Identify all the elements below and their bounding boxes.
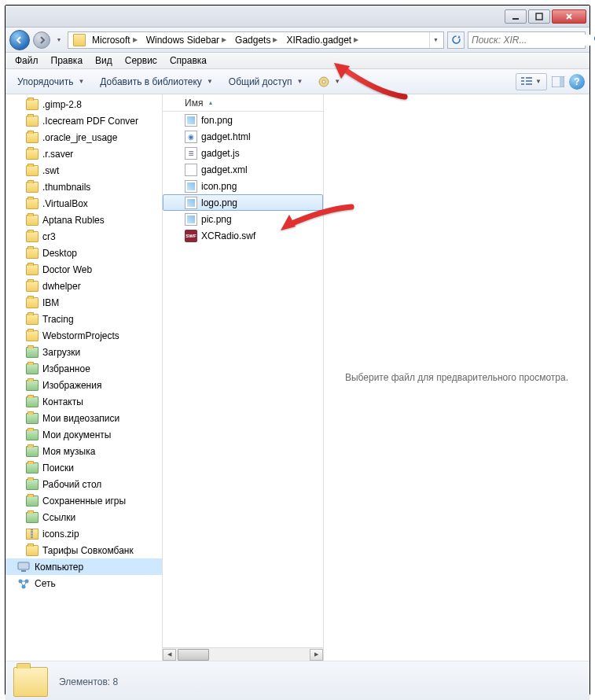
- column-header-name[interactable]: Имя ▲: [163, 94, 323, 112]
- tree-item[interactable]: Сохраненные игры: [6, 492, 162, 509]
- tree-item[interactable]: .VirtualBox: [6, 195, 162, 212]
- breadcrumb-label: Microsoft: [92, 35, 130, 46]
- zip-icon: [26, 529, 39, 540]
- folder-icon: [26, 512, 39, 523]
- file-row[interactable]: gadget.xml: [163, 161, 323, 178]
- tree-item[interactable]: Мои видеозаписи: [6, 410, 162, 426]
- tree-item[interactable]: Избранное: [6, 360, 162, 377]
- file-row[interactable]: SWFXCRadio.swf: [163, 227, 323, 244]
- address-dropdown[interactable]: ▼: [429, 32, 442, 48]
- tree-item[interactable]: Изображения: [6, 377, 162, 393]
- svg-rect-0: [512, 18, 519, 20]
- tree-computer[interactable]: Компьютер: [6, 558, 162, 575]
- tree-item[interactable]: Tracing: [6, 311, 162, 327]
- svg-rect-12: [560, 77, 564, 87]
- tree-item[interactable]: .thumbnails: [6, 179, 162, 195]
- organize-button[interactable]: Упорядочить▼: [10, 72, 91, 91]
- tree-item[interactable]: .Icecream PDF Conver: [6, 112, 162, 129]
- file-row[interactable]: pic.png: [163, 211, 323, 227]
- preview-pane-button[interactable]: [549, 72, 567, 91]
- tree-item[interactable]: Doctor Web: [6, 261, 162, 278]
- file-list[interactable]: Имя ▲ fon.pnggadget.htmlgadget.jsgadget.…: [163, 94, 324, 661]
- folder-icon: [26, 231, 39, 242]
- html-file-icon: [185, 131, 197, 143]
- history-dropdown[interactable]: ▼: [53, 32, 64, 48]
- maximize-button[interactable]: [528, 9, 550, 24]
- forward-button[interactable]: [33, 31, 50, 49]
- folder-icon: [26, 182, 39, 193]
- tree-item[interactable]: .oracle_jre_usage: [6, 129, 162, 146]
- file-row[interactable]: fon.png: [163, 112, 323, 128]
- tree-item-label: Изображения: [42, 380, 101, 391]
- tree-item-label: .gimp-2.8: [42, 99, 82, 110]
- file-name: fon.png: [201, 115, 233, 126]
- tree-item[interactable]: icons.zip: [6, 525, 162, 542]
- menu-file[interactable]: Файл: [9, 53, 45, 68]
- menu-edit[interactable]: Правка: [45, 53, 90, 68]
- tree-item-label: icons.zip: [42, 529, 79, 540]
- tree-item[interactable]: Aptana Rubles: [6, 212, 162, 228]
- menu-view[interactable]: Вид: [89, 53, 119, 68]
- tree-item[interactable]: Мои документы: [6, 426, 162, 443]
- refresh-button[interactable]: [447, 31, 465, 49]
- tree-item[interactable]: dwhelper: [6, 278, 162, 294]
- tree-item[interactable]: WebstormProjects: [6, 327, 162, 344]
- file-name: icon.png: [201, 181, 237, 192]
- folder-icon: [26, 297, 39, 308]
- png-file-icon: [185, 180, 197, 193]
- tree-item[interactable]: cr3: [6, 228, 162, 245]
- scroll-left-button[interactable]: ◀: [163, 649, 176, 661]
- breadcrumb[interactable]: XIRadio.gadget▶: [283, 32, 364, 48]
- tree-item[interactable]: .r.saver: [6, 146, 162, 162]
- burn-button[interactable]: ▼: [311, 72, 347, 91]
- tree-item[interactable]: Ссылки: [6, 509, 162, 525]
- folder-icon: [26, 429, 39, 440]
- tree-item-label: .r.saver: [42, 149, 73, 160]
- tree-item[interactable]: Поиски: [6, 459, 162, 476]
- toolbar: Упорядочить▼ Добавить в библиотеку▼ Общи…: [6, 69, 589, 94]
- close-button[interactable]: [552, 9, 586, 24]
- menu-service[interactable]: Сервис: [119, 53, 163, 68]
- horizontal-scrollbar[interactable]: ◀ ▶: [163, 647, 323, 661]
- scroll-right-button[interactable]: ▶: [310, 649, 323, 661]
- file-row[interactable]: icon.png: [163, 178, 323, 194]
- tree-item-label: Избранное: [42, 363, 90, 374]
- help-button[interactable]: ?: [569, 74, 585, 90]
- file-row[interactable]: gadget.html: [163, 128, 323, 145]
- back-button[interactable]: [9, 30, 30, 50]
- tree-item[interactable]: .gimp-2.8: [6, 96, 162, 112]
- breadcrumb[interactable]: Gadgets▶: [232, 32, 283, 48]
- item-count: Элементов: 8: [59, 676, 118, 687]
- file-row[interactable]: logo.png: [163, 194, 323, 211]
- menu-help[interactable]: Справка: [163, 53, 213, 68]
- address-bar[interactable]: Microsoft▶ Windows Sidebar▶ Gadgets▶ XIR…: [68, 31, 444, 49]
- tree-item[interactable]: IBM: [6, 294, 162, 311]
- tree-item[interactable]: Desktop: [6, 245, 162, 261]
- tree-item[interactable]: Тарифы Совкомбанк: [6, 542, 162, 558]
- chevron-down-icon: ▼: [78, 78, 84, 85]
- tree-item-label: IBM: [42, 297, 59, 308]
- tree-item[interactable]: Рабочий стол: [6, 476, 162, 492]
- tree-network[interactable]: Сеть: [6, 575, 162, 591]
- breadcrumb[interactable]: Windows Sidebar▶: [143, 32, 232, 48]
- breadcrumb[interactable]: Microsoft▶: [89, 32, 143, 48]
- computer-icon: [17, 561, 31, 573]
- file-row[interactable]: gadget.js: [163, 145, 323, 161]
- folder-icon: [26, 396, 39, 407]
- share-button[interactable]: Общий доступ▼: [222, 72, 310, 91]
- tree-item[interactable]: Загрузки: [6, 344, 162, 360]
- view-options-button[interactable]: ▼: [516, 73, 547, 90]
- tree-item[interactable]: Контакты: [6, 393, 162, 410]
- add-library-button[interactable]: Добавить в библиотеку▼: [93, 72, 219, 91]
- minimize-button[interactable]: [505, 9, 527, 24]
- scrollbar-thumb[interactable]: [178, 649, 209, 661]
- svg-rect-5: [521, 77, 524, 79]
- navigation-tree[interactable]: .gimp-2.8.Icecream PDF Conver.oracle_jre…: [6, 94, 163, 661]
- disc-icon: [318, 76, 329, 87]
- swf-file-icon: SWF: [185, 230, 197, 242]
- search-input[interactable]: [468, 35, 593, 46]
- search-box[interactable]: [468, 31, 586, 49]
- tree-item[interactable]: .swt: [6, 162, 162, 179]
- tree-item-label: Сохраненные игры: [42, 496, 126, 507]
- tree-item[interactable]: Моя музыка: [6, 443, 162, 459]
